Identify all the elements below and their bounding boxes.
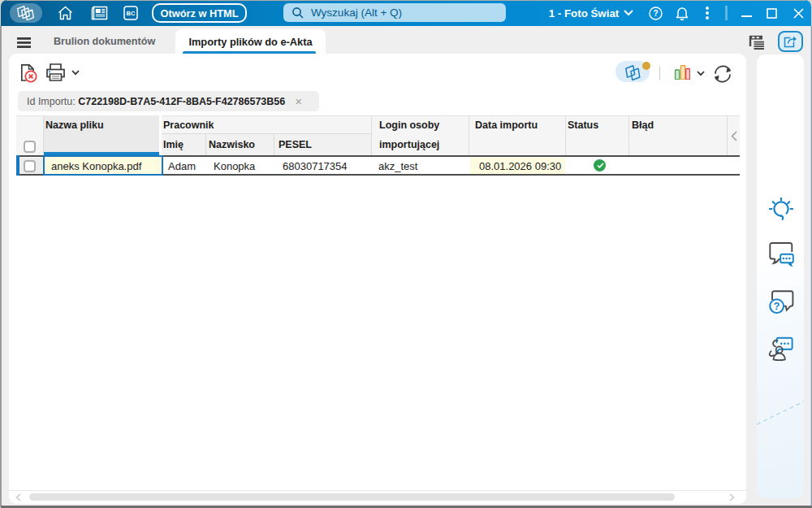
svg-text:?: ? bbox=[774, 300, 780, 312]
svg-text:BC: BC bbox=[127, 10, 136, 17]
svg-text:?: ? bbox=[653, 9, 658, 18]
